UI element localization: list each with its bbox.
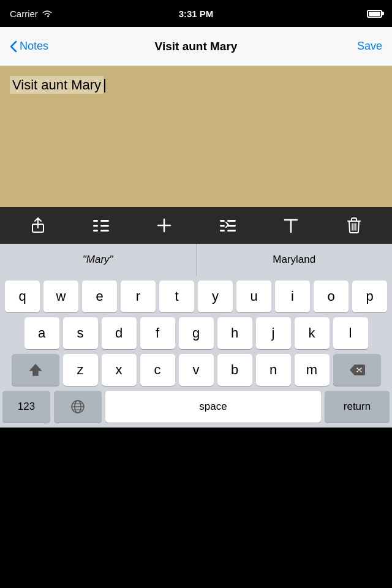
key-w[interactable]: w [43, 281, 78, 312]
back-chevron-icon [10, 40, 17, 53]
globe-key[interactable] [54, 391, 102, 423]
svg-rect-1 [93, 220, 98, 222]
toolbar [0, 207, 392, 244]
autocorrect-item-maryland[interactable]: Maryland [197, 244, 393, 276]
key-o[interactable]: o [314, 281, 349, 312]
key-e[interactable]: e [82, 281, 117, 312]
plus-icon [157, 218, 172, 233]
key-t[interactable]: t [159, 281, 194, 312]
key-m[interactable]: m [295, 354, 330, 386]
note-area[interactable]: Visit aunt Mary [0, 66, 392, 207]
key-f[interactable]: f [140, 317, 175, 349]
svg-rect-8 [220, 225, 225, 227]
key-n[interactable]: n [256, 354, 291, 386]
key-s[interactable]: s [63, 317, 98, 349]
keyboard-bottom-row: 123 space return [2, 391, 390, 423]
save-button[interactable]: Save [357, 40, 382, 53]
svg-rect-12 [227, 230, 236, 232]
status-bar: Carrier 3:31 PM [0, 0, 392, 27]
svg-rect-7 [220, 220, 225, 222]
globe-icon [70, 399, 85, 414]
key-x[interactable]: x [102, 354, 137, 386]
keyboard-row-1: q w e r t y u i o p [2, 281, 390, 312]
key-j[interactable]: j [256, 317, 291, 349]
back-label: Notes [20, 40, 48, 53]
key-a[interactable]: a [24, 317, 59, 349]
key-z[interactable]: z [63, 354, 98, 386]
battery-icon [367, 10, 382, 18]
key-l[interactable]: l [333, 317, 368, 349]
list-outdent-button[interactable] [214, 212, 241, 239]
status-right [367, 10, 382, 18]
wifi-icon [42, 9, 53, 18]
space-key[interactable]: space [105, 391, 321, 423]
delete-button[interactable] [341, 212, 368, 239]
svg-rect-9 [220, 230, 225, 232]
key-q[interactable]: q [5, 281, 40, 312]
keyboard-row-2: a s d f g h j k l [2, 317, 390, 349]
list-outdent-icon [220, 219, 236, 232]
key-p[interactable]: p [352, 281, 387, 312]
autocorrect-item-mary[interactable]: "Mary" [0, 244, 197, 276]
trash-icon [347, 217, 361, 234]
svg-rect-10 [227, 220, 236, 222]
carrier-label: Carrier [10, 9, 38, 19]
return-key[interactable]: return [325, 391, 390, 423]
svg-rect-4 [100, 220, 109, 222]
status-left: Carrier [10, 9, 53, 19]
svg-rect-6 [100, 230, 109, 232]
list-indent-icon [93, 219, 109, 232]
add-button[interactable] [151, 212, 178, 239]
nav-bar: Notes Visit aunt Mary Save [0, 27, 392, 66]
key-v[interactable]: v [179, 354, 214, 386]
share-icon [31, 217, 45, 234]
list-indent-button[interactable] [88, 212, 115, 239]
backspace-key[interactable] [333, 354, 381, 386]
key-r[interactable]: r [121, 281, 156, 312]
key-y[interactable]: y [198, 281, 233, 312]
autocorrect-bar: "Mary" Maryland [0, 244, 392, 276]
shift-icon [29, 363, 42, 377]
key-u[interactable]: u [236, 281, 271, 312]
key-b[interactable]: b [217, 354, 252, 386]
key-h[interactable]: h [217, 317, 252, 349]
share-button[interactable] [24, 212, 51, 239]
nav-title: Visit aunt Mary [155, 40, 238, 53]
back-button[interactable]: Notes [10, 40, 48, 53]
keyboard-row-3: z x c v b n m [2, 354, 390, 386]
key-k[interactable]: k [295, 317, 330, 349]
text-cursor [104, 79, 105, 92]
backspace-icon [349, 364, 365, 376]
svg-rect-2 [93, 225, 98, 227]
svg-rect-3 [93, 230, 98, 232]
num-key[interactable]: 123 [2, 391, 50, 423]
svg-rect-5 [100, 225, 109, 227]
key-i[interactable]: i [275, 281, 310, 312]
keyboard: q w e r t y u i o p a s d f g h j k l z … [0, 276, 392, 428]
note-text: Visit aunt Mary [10, 76, 104, 94]
text-format-button[interactable] [277, 212, 304, 239]
key-d[interactable]: d [102, 317, 137, 349]
key-c[interactable]: c [140, 354, 175, 386]
status-time: 3:31 PM [179, 9, 214, 19]
text-format-icon [284, 217, 298, 233]
key-g[interactable]: g [179, 317, 214, 349]
shift-key[interactable] [12, 354, 59, 386]
